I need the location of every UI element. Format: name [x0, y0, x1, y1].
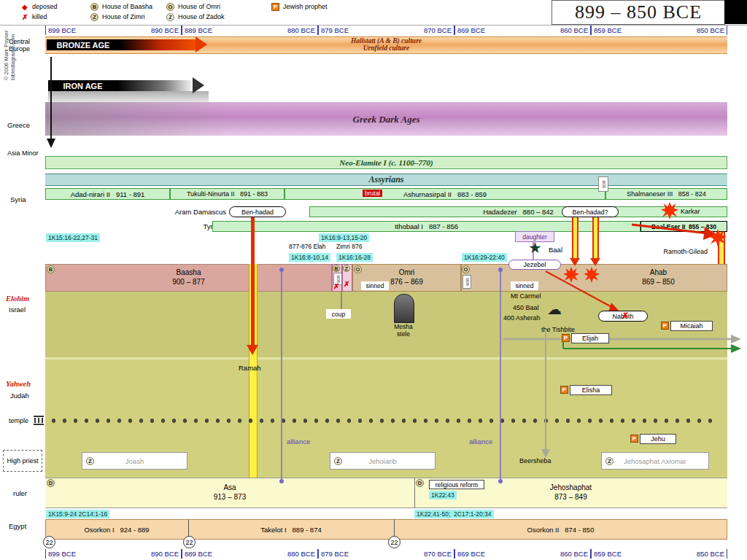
son-text: son — [465, 278, 470, 285]
coup-label: coup — [332, 311, 345, 318]
beersheba-label: Beersheba — [519, 457, 551, 464]
shalmaneser-son-tag: son — [598, 176, 608, 192]
ahab-sinned-tag: sinned — [511, 281, 538, 290]
joash-zadok-icon: Z — [86, 457, 94, 465]
bronze-age-arrow — [120, 39, 196, 50]
scale-segment: 879 BCE870 BCE — [318, 26, 454, 35]
iron-age-box: IRON AGE — [48, 80, 117, 91]
scale-label: 899 BCE — [48, 550, 76, 558]
high-priest-joash-box: Joash — [82, 452, 187, 470]
region-label-central-europe: Central Europe — [9, 38, 42, 52]
mesha-label-2: stele — [384, 330, 422, 338]
ben-hadad2-label: Ben-hadad? — [572, 209, 608, 216]
scale-label: 859 BCE — [594, 550, 622, 558]
scale-segment: 859 BCE850 BCE — [591, 549, 727, 559]
legend-house-zimri-label: House of Zimri — [102, 13, 145, 20]
scale-label: 879 BCE — [321, 550, 349, 558]
zimri-note: Zimri 876 — [336, 243, 362, 250]
osorkon2-label: Osorkon II 874 - 850 — [394, 526, 727, 534]
iron-age-arrow — [117, 80, 195, 91]
joash-label: Joash — [125, 457, 144, 465]
ref-zimri-a: 1K16:9-13,15-20 — [319, 233, 369, 242]
baal-450-label: 450 Baal — [513, 304, 539, 311]
invasion-arrow-2 — [592, 217, 599, 258]
jehu-box: Jehu — [640, 434, 676, 444]
assyrians-band: Assyrians — [45, 174, 727, 186]
elah-house-icon: B — [333, 265, 340, 272]
naboth-killed-icon: ✗ — [622, 311, 629, 320]
omri-name: Omri — [352, 268, 461, 276]
adad-nirari-label: Adad-nirari II 911 - 891 — [71, 190, 145, 198]
dynasty-label: 22 — [390, 539, 398, 546]
micaiah-box: Micaiah — [670, 321, 713, 331]
house-baasha-icon: B — [90, 3, 98, 11]
jezebel-oval: Jezebel — [508, 260, 561, 270]
scale-segment: 869 BCE860 BCE — [454, 549, 591, 559]
karkar-label: Karkar — [681, 208, 700, 215]
ramah-label: Ramah — [239, 364, 261, 372]
ben-hadad-label: Ben-hadad — [241, 209, 274, 216]
scale-label: 899 BCE — [48, 26, 76, 34]
baal-star-icon: ★ — [528, 239, 542, 257]
tishbite-label: the Tishbite — [541, 326, 575, 333]
bronze-age-label: BRONZE AGE — [57, 41, 110, 50]
scale-label: 859 BCE — [594, 26, 622, 34]
bronze-to-iron-arrowhead — [47, 139, 55, 148]
hadadezer-label: Hadadezer 880 – 842 — [483, 208, 554, 216]
mt-carmel-label: Mt Carmel — [511, 292, 541, 300]
shalmaneser-label: Shalmaneser III 858 - 824 — [627, 190, 706, 198]
asa-years: 913 – 873 — [45, 493, 414, 501]
legend-house-zadok-label: House of Zadok — [178, 13, 225, 20]
adad-nirari-band: Adad-nirari II 911 - 891 — [45, 188, 170, 200]
timeline-diagram: ◆ deposed ✗ killed B House of Baasha Z H… — [0, 0, 747, 560]
baal-eser-label: Baal-Eser II 855 – 830 — [651, 223, 716, 230]
page-title: 899 – 850 BCE — [575, 1, 702, 23]
dynasty-label: 22 — [45, 539, 53, 546]
scale-label: 860 BCE — [560, 550, 588, 558]
invasion-arrow-1 — [572, 217, 578, 258]
temple-icon — [34, 416, 44, 425]
ashurnasirpal-label: Ashurnasirpal II 883 - 859 — [403, 190, 487, 198]
legend-house-baasha-label: House of Baasha — [102, 3, 152, 10]
elah-killed-icon: ✗ — [333, 283, 339, 290]
region-label-temple: temple — [9, 417, 28, 424]
baal-eser-band: Baal-Eser II 855 – 830 — [640, 221, 727, 232]
title-box: 899 – 850 BCE — [551, 0, 725, 25]
scale-segment: 859 BCE850 BCE — [591, 26, 727, 35]
baasha-house-icon: B — [47, 265, 55, 273]
micaiah-prophet-icon: P — [661, 322, 669, 330]
tukulti-label: Tukulti-Ninurta II 891 - 883 — [187, 190, 268, 198]
alliance-label-1: alliance — [287, 438, 310, 446]
scale-label: 889 BCE — [185, 26, 212, 34]
asa-name: Asa — [45, 483, 414, 491]
baal-label: Baal — [549, 246, 562, 254]
high-priest-jehoiarib-box: Jehoiarib — [330, 452, 436, 470]
scale-label: 850 BCE — [697, 550, 724, 558]
religious-reform-label: religious reform — [436, 481, 479, 489]
region-label-ruler: ruler — [13, 489, 27, 497]
jehu-prophet-icon: P — [630, 435, 638, 443]
micaiah-label: Micaiah — [680, 322, 703, 330]
takelot-label: Takelot I 889 - 874 — [188, 526, 394, 534]
rain-cloud-icon: ☁ — [547, 300, 562, 318]
region-label-asia-minor: Asia Minor — [7, 149, 39, 157]
alliance-label-2: alliance — [469, 438, 492, 446]
scale-label: 870 BCE — [424, 26, 452, 34]
ben-hadad2-oval: Ben-hadad? — [562, 206, 619, 217]
scale-segment: 899 BCE890 BCE — [45, 26, 182, 35]
zimri-killed-icon: ✗ — [344, 281, 349, 288]
mesha-label-1: Mesha — [384, 323, 422, 330]
ref-jehoshaphat-note: 1K22:43 — [429, 491, 457, 499]
ahab-name: Ahab — [591, 268, 726, 276]
scale-label: 890 BCE — [151, 550, 179, 558]
scale-segment: 869 BCE860 BCE — [454, 26, 591, 35]
region-label-israel: Israel — [9, 306, 26, 314]
jehoshaphat-years: 873 – 849 — [414, 493, 727, 501]
scale-segment: 889 BCE880 BCE — [182, 549, 318, 559]
jezebel-label: Jezebel — [523, 261, 546, 268]
scale-label: 889 BCE — [185, 550, 212, 558]
jewish-prophet-icon: P — [271, 3, 279, 11]
scale-label: 879 BCE — [321, 26, 349, 34]
tukulti-ninurta-band: Tukulti-Ninurta II 891 - 883 — [170, 188, 285, 200]
elijah-journey-arrowhead — [731, 335, 741, 343]
